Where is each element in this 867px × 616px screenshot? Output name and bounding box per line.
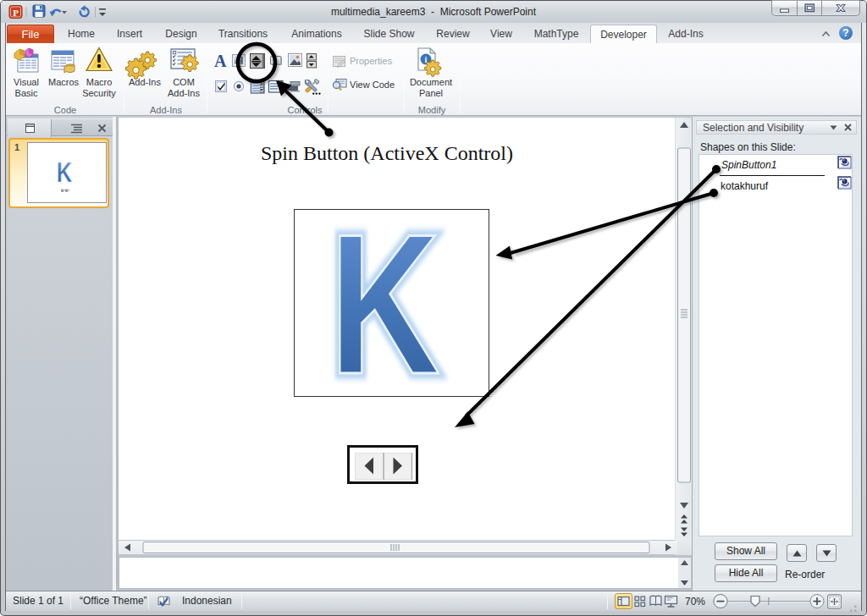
svg-text:K: K <box>57 156 73 187</box>
svg-text:ab: ab <box>235 58 241 65</box>
svg-text:70%: 70% <box>685 596 705 608</box>
svg-text:A: A <box>214 52 227 70</box>
svg-text:K: K <box>329 209 439 397</box>
svg-text:P: P <box>13 8 19 18</box>
